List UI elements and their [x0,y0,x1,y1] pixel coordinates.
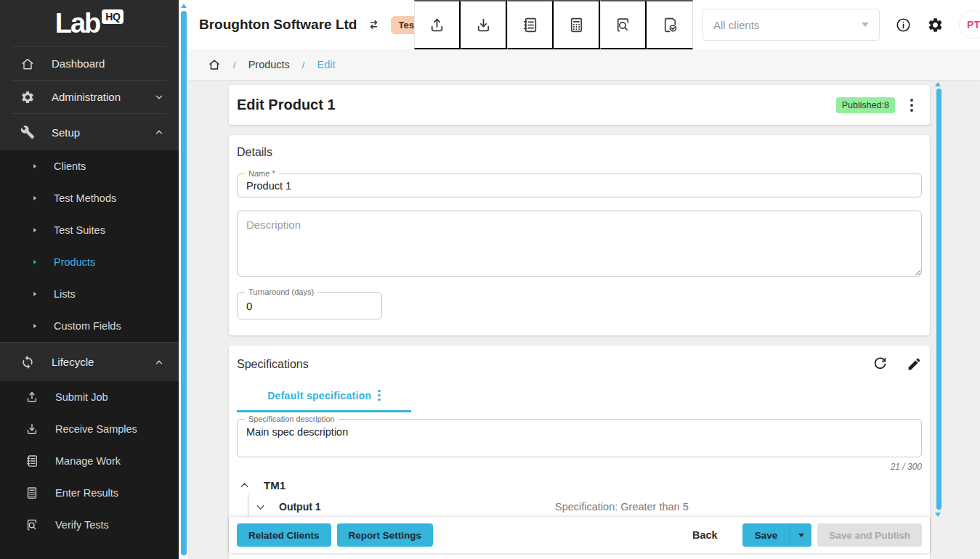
kebab-icon [910,109,913,112]
report-settings-button[interactable]: Report Settings [337,523,434,547]
save-options-button[interactable] [790,523,811,547]
page-title: Edit Product 1 [237,97,836,113]
user-avatar[interactable]: PT [959,10,980,39]
chevron-up-icon [154,357,164,367]
document-check-icon [661,16,679,34]
chevron-down-icon [254,501,267,513]
sidebar-item-lists[interactable]: Lists [0,278,179,310]
notebook-icon [521,16,539,34]
tab-default-specification[interactable]: Default specification [237,380,411,412]
sidebar-item-manage-work[interactable]: Manage Work [0,445,179,477]
details-card: Details Name * Turnaround (days) [229,135,930,335]
scrollbar-up-arrow[interactable] [181,4,187,8]
sidebar-item-products[interactable]: Products [0,246,179,278]
tab-label: Default specification [267,390,371,401]
specifications-heading: Specifications [237,358,854,371]
sidebar-item-label: Setup [52,126,137,139]
sidebar-item-label: Lists [54,288,76,300]
spec-tree-method-row[interactable]: TM1 [237,476,922,494]
sidebar-item-receive-samples[interactable]: Receive Samples [0,413,179,445]
main-area: Broughton Software Ltd Test [188,0,980,559]
upload-icon [25,390,39,404]
back-button[interactable]: Back [688,529,722,542]
sidebar-item-label: Test Methods [54,192,116,204]
sidebar-item-test-suites[interactable]: Test Suites [0,214,179,246]
name-input[interactable] [238,174,921,197]
sidebar-scrollbar[interactable] [179,0,188,559]
tab-menu-button[interactable] [378,390,381,401]
page-menu-button[interactable] [902,96,921,115]
gear-icon [927,17,944,33]
spec-description-label: Specification description [245,415,339,423]
breadcrumb: / Products / Edit [188,49,980,80]
logo-text: Lab [55,9,100,37]
sidebar-scrollbar-thumb[interactable] [181,11,187,555]
sidebar-item-administration[interactable]: Administration [0,81,179,113]
related-clients-button[interactable]: Related Clients [237,523,331,547]
sidebar-item-dashboard[interactable]: Dashboard [0,47,179,80]
content-scrollbar-up-arrow[interactable] [935,82,941,86]
turnaround-input[interactable] [238,293,381,319]
info-button[interactable] [895,17,912,33]
sidebar-item-label: Custom Fields [54,320,121,332]
spec-tree-output-row[interactable]: Output 1 Specification: Greater than 5 [248,494,922,519]
sidebar-item-setup[interactable]: Setup [0,114,179,150]
content-scrollbar-down-arrow[interactable] [935,513,941,517]
sidebar-item-clients[interactable]: Clients [0,150,179,182]
sidebar-item-label: Manage Work [55,455,121,467]
toolbar-submit-job-button[interactable] [414,0,461,49]
caret-down-icon [798,534,804,537]
download-icon [474,16,493,34]
switch-company-button[interactable] [366,17,381,33]
toolbar-enter-results-button[interactable] [554,0,600,49]
sidebar-item-label: Administration [52,91,137,103]
sidebar-item-label: Dashboard [52,57,164,70]
chevron-down-icon [154,92,164,102]
content-area: Edit Product 1 Published:8 Details Name … [188,80,980,559]
breadcrumb-home-button[interactable] [208,58,221,71]
edit-button[interactable] [907,356,922,372]
sidebar-item-custom-fields[interactable]: Custom Fields [0,310,179,342]
topbar: Broughton Software Ltd Test [188,0,980,49]
breadcrumb-edit: Edit [317,59,335,70]
breadcrumb-products[interactable]: Products [248,59,290,70]
sidebar-item-submit-job[interactable]: Submit Job [0,381,179,413]
description-textarea[interactable] [237,211,922,277]
turnaround-field: Turnaround (days) [237,292,382,319]
sidebar-item-enter-results[interactable]: Enter Results [0,477,179,509]
breadcrumb-separator: / [302,60,305,70]
settings-button[interactable] [927,17,944,33]
gear-icon [20,90,35,105]
save-and-publish-button[interactable]: Save and Publish [817,523,922,547]
toolbar-receive-samples-button[interactable] [461,0,507,49]
sidebar-item-label: Lifecycle [52,356,137,368]
toolbar-verify-tests-button[interactable] [600,0,647,49]
content-scrollbar-thumb[interactable] [936,89,941,510]
kebab-icon [910,104,913,107]
pencil-icon [907,356,922,372]
calculator-icon [567,16,586,34]
search-document-icon [614,16,632,34]
char-counter: 21 / 300 [237,462,922,472]
app-logo: Lab HQ [0,0,179,46]
sidebar-item-label: Verify Tests [55,519,109,531]
sidebar-item-verify-tests[interactable]: Verify Tests [0,509,179,541]
company-name: Broughton Software Ltd [199,17,357,33]
spec-description-textarea[interactable]: Main spec description [238,420,921,457]
details-heading: Details [237,146,922,159]
output-name: Output 1 [279,501,543,513]
caret-right-icon [31,195,39,202]
toolbar-authorise-reports-button[interactable] [647,0,693,49]
kebab-icon [910,99,913,102]
upload-icon [428,16,446,34]
sidebar-item-label: Enter Results [55,487,118,499]
sidebar-item-lifecycle[interactable]: Lifecycle [0,343,179,381]
client-filter-select[interactable]: All clients [702,9,880,41]
home-icon [20,57,35,71]
toolbar-manage-work-button[interactable] [507,0,554,49]
sidebar-item-test-methods[interactable]: Test Methods [0,182,179,214]
search-document-icon [25,518,39,532]
sync-icon [20,355,35,370]
refresh-button[interactable] [872,356,888,372]
save-button[interactable]: Save [742,523,790,547]
